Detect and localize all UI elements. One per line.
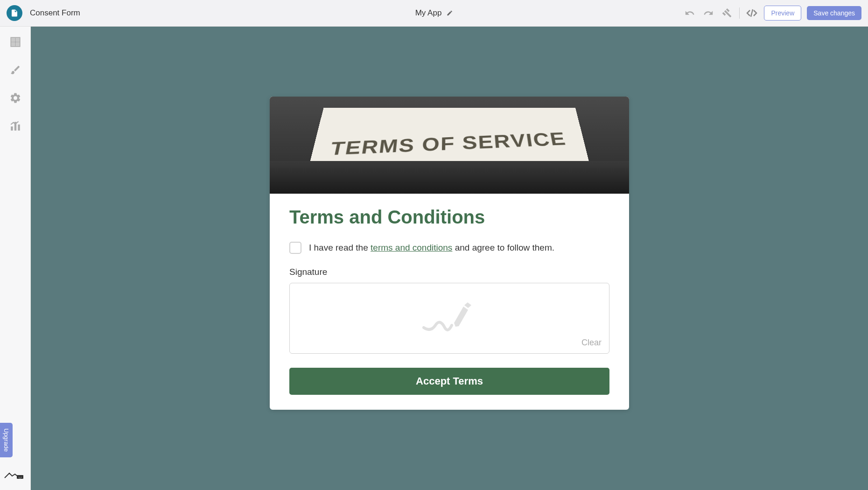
redo-button[interactable]	[702, 7, 715, 20]
hero-text: TERMS OF SERVICE	[329, 128, 568, 160]
gavel-icon	[722, 8, 732, 18]
signature-input[interactable]: Clear	[289, 283, 609, 354]
svg-text:›_‹: ›_‹	[19, 476, 21, 478]
rail-design-button[interactable]	[8, 63, 22, 77]
code-icon	[746, 7, 757, 19]
typewriter-base	[270, 161, 629, 194]
form-title: Terms and Conditions	[289, 207, 609, 228]
canvas[interactable]: TERMS OF SERVICE Terms and Conditions I …	[31, 27, 868, 490]
top-bar: Consent Form My App Preview Save changes	[0, 0, 868, 27]
brand-icon: ›_‹	[4, 471, 24, 481]
edit-icon[interactable]	[446, 10, 453, 16]
rail-settings-button[interactable]	[8, 91, 22, 105]
divider	[739, 7, 740, 19]
code-button[interactable]	[745, 7, 758, 20]
build-button[interactable]	[721, 7, 734, 20]
undo-button[interactable]	[683, 7, 696, 20]
signature-clear-button[interactable]: Clear	[581, 338, 602, 348]
gear-icon	[9, 92, 21, 104]
footer-logo: ›_‹	[4, 471, 24, 481]
form-body: Terms and Conditions I have read the ter…	[270, 194, 629, 410]
hero-image: TERMS OF SERVICE	[270, 97, 629, 194]
rail-grid-button[interactable]	[8, 35, 22, 49]
consent-text: I have read the terms and conditions and…	[309, 243, 554, 253]
upgrade-tab[interactable]: Upgrade	[0, 423, 13, 457]
rail-analytics-button[interactable]	[8, 119, 22, 133]
consent-form-card: TERMS OF SERVICE Terms and Conditions I …	[270, 97, 629, 410]
chart-icon	[9, 120, 21, 132]
undo-icon	[685, 8, 695, 18]
page-name: Consent Form	[30, 8, 80, 18]
grid-icon	[9, 36, 21, 48]
consent-checkbox[interactable]	[289, 242, 301, 254]
consent-checkbox-row: I have read the terms and conditions and…	[289, 242, 609, 254]
accept-terms-button[interactable]: Accept Terms	[289, 368, 609, 395]
document-icon	[10, 9, 19, 17]
app-title: My App	[415, 8, 442, 18]
signature-placeholder-icon	[419, 300, 480, 337]
main-layout: Upgrade ›_‹ TERMS OF SERVICE Terms and C…	[0, 27, 868, 490]
save-button[interactable]: Save changes	[807, 6, 861, 20]
signature-label: Signature	[289, 267, 609, 277]
preview-button[interactable]: Preview	[764, 6, 801, 21]
consent-suffix: and agree to follow them.	[452, 243, 554, 252]
left-rail: Upgrade ›_‹	[0, 27, 31, 490]
redo-icon	[703, 8, 714, 18]
app-title-wrap: My App	[415, 8, 453, 18]
consent-prefix: I have read the	[309, 243, 371, 252]
top-actions: Preview Save changes	[683, 6, 861, 21]
terms-link[interactable]: terms and conditions	[371, 243, 452, 252]
app-logo[interactable]	[7, 5, 22, 21]
svg-line-0	[751, 9, 753, 17]
brush-icon	[10, 64, 21, 76]
